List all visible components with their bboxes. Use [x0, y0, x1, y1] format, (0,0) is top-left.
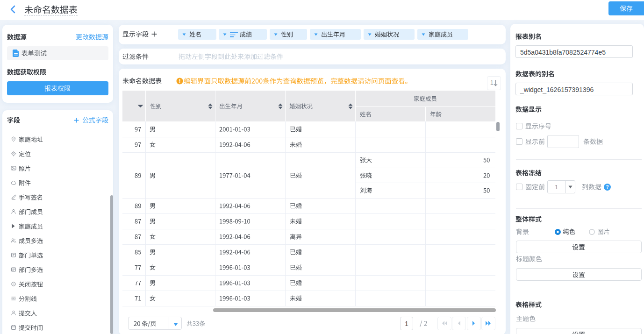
- svg-text:?: ?: [606, 185, 608, 190]
